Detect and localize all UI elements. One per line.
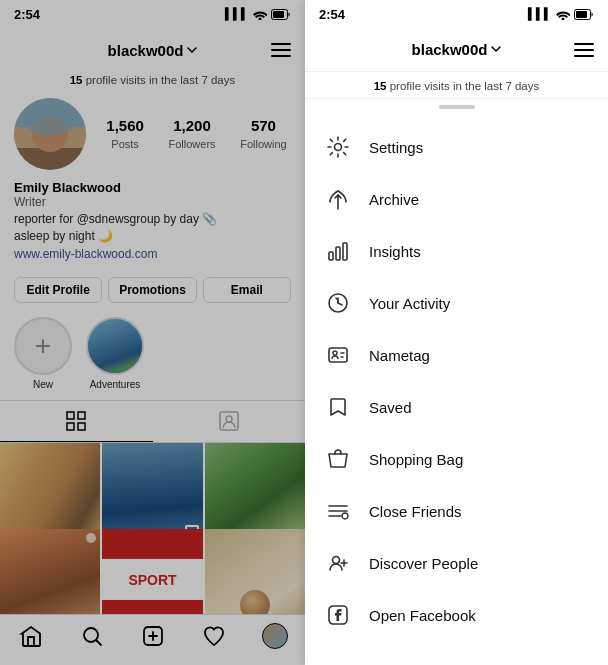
posts-count: 1,560 bbox=[106, 117, 144, 134]
drag-handle[interactable] bbox=[439, 105, 475, 109]
menu-item-shopping[interactable]: Shopping Bag bbox=[305, 433, 608, 485]
menu-item-discover[interactable]: Discover People bbox=[305, 537, 608, 589]
username-dropdown[interactable]: blackw00d bbox=[108, 42, 198, 59]
followers-count: 1,200 bbox=[168, 117, 215, 134]
story-new-circle: + bbox=[14, 317, 72, 375]
following-label: Following bbox=[240, 138, 286, 150]
grid-cell-4[interactable] bbox=[0, 529, 100, 614]
stats-row: 1,560 Posts 1,200 Followers 570 Followin… bbox=[102, 117, 291, 152]
bio-text: reporter for @sdnewsgroup by day 📎 aslee… bbox=[14, 211, 291, 245]
story-adventures[interactable]: Adventures bbox=[86, 317, 144, 390]
story-adventures-label: Adventures bbox=[90, 379, 141, 390]
bio-name: Emily Blackwood bbox=[14, 180, 291, 195]
grid-cell-3[interactable] bbox=[205, 443, 305, 543]
menu-item-close-friends[interactable]: Close Friends bbox=[305, 485, 608, 537]
grid-cell-6[interactable] bbox=[205, 529, 305, 614]
right-top-nav: blackw00d bbox=[305, 28, 608, 72]
nav-home[interactable] bbox=[0, 623, 61, 649]
action-buttons: Edit Profile Promotions Email bbox=[0, 271, 305, 313]
profile-section: 1,560 Posts 1,200 Followers 570 Followin… bbox=[0, 94, 305, 180]
following-stat[interactable]: 570 Following bbox=[240, 117, 286, 152]
profile-panel: 2:54 ▍▍▍ blackw00d bbox=[0, 0, 305, 665]
story-new-label: New bbox=[33, 379, 53, 390]
top-nav: blackw00d bbox=[0, 28, 305, 72]
menu-item-insights[interactable]: Insights bbox=[305, 225, 608, 277]
avatar[interactable] bbox=[14, 98, 86, 170]
menu-item-facebook[interactable]: Open Facebook bbox=[305, 589, 608, 641]
grid-tabs bbox=[0, 400, 305, 443]
svg-point-22 bbox=[342, 513, 348, 519]
menu-item-saved[interactable]: Saved bbox=[305, 381, 608, 433]
svg-rect-13 bbox=[329, 252, 333, 260]
svg-rect-15 bbox=[343, 243, 347, 260]
nav-profile[interactable] bbox=[244, 623, 305, 649]
slide-menu: 2:54 ▍▍▍ blackw00d bbox=[305, 0, 608, 665]
promotions-button[interactable]: Promotions bbox=[108, 277, 196, 303]
status-icons: ▍▍▍ bbox=[225, 8, 291, 21]
person-tag-icon bbox=[219, 411, 239, 431]
bio-section: Emily Blackwood Writer reporter for @sdn… bbox=[0, 180, 305, 271]
nametag-label: Nametag bbox=[369, 347, 430, 364]
saved-label: Saved bbox=[369, 399, 412, 416]
discover-icon bbox=[325, 550, 351, 576]
username-text: blackw00d bbox=[108, 42, 184, 59]
right-hamburger-button[interactable] bbox=[574, 43, 594, 57]
right-signal-icon: ▍▍▍ bbox=[528, 8, 552, 21]
bottom-nav bbox=[0, 614, 305, 665]
status-bar: 2:54 ▍▍▍ bbox=[0, 0, 305, 28]
followers-stat[interactable]: 1,200 Followers bbox=[168, 117, 215, 152]
tab-tagged[interactable] bbox=[153, 401, 306, 442]
svg-rect-1 bbox=[273, 11, 284, 18]
archive-icon bbox=[325, 186, 351, 212]
signal-icon: ▍▍▍ bbox=[225, 8, 249, 21]
svg-rect-17 bbox=[329, 348, 347, 362]
bio-link[interactable]: www.emily-blackwood.com bbox=[14, 247, 291, 261]
svg-point-18 bbox=[333, 351, 337, 355]
settings-label: Settings bbox=[369, 139, 423, 156]
svg-rect-3 bbox=[78, 412, 85, 419]
grid-icon bbox=[66, 411, 86, 431]
battery-icon bbox=[271, 9, 291, 20]
right-visits-text: profile visits in the last 7 days bbox=[390, 80, 540, 92]
status-time: 2:54 bbox=[14, 7, 40, 22]
story-new[interactable]: + New bbox=[14, 317, 72, 390]
stories-row: + New Adventures bbox=[0, 313, 305, 400]
menu-list: Settings Archive bbox=[305, 113, 608, 665]
profile-visits: 15 profile visits in the last 7 days bbox=[0, 72, 305, 94]
grid-cell-1[interactable] bbox=[0, 443, 100, 543]
create-icon bbox=[141, 624, 165, 648]
posts-stat[interactable]: 1,560 Posts bbox=[106, 117, 144, 152]
home-icon bbox=[19, 624, 43, 648]
discover-label: Discover People bbox=[369, 555, 478, 572]
tab-grid[interactable] bbox=[0, 401, 153, 442]
hamburger-button[interactable] bbox=[271, 43, 291, 57]
shopping-label: Shopping Bag bbox=[369, 451, 463, 468]
right-battery-icon bbox=[574, 9, 594, 20]
bio-role: Writer bbox=[14, 195, 291, 209]
svg-rect-4 bbox=[67, 423, 74, 430]
nav-likes[interactable] bbox=[183, 623, 244, 649]
facebook-label: Open Facebook bbox=[369, 607, 476, 624]
close-friends-label: Close Friends bbox=[369, 503, 462, 520]
nav-search[interactable] bbox=[61, 623, 122, 649]
menu-item-activity[interactable]: Your Activity bbox=[305, 277, 608, 329]
nav-create[interactable] bbox=[122, 623, 183, 649]
email-button[interactable]: Email bbox=[203, 277, 291, 303]
svg-point-7 bbox=[226, 416, 232, 422]
grid-cell-5[interactable]: SPORT bbox=[102, 529, 202, 614]
wifi-icon bbox=[253, 8, 267, 20]
facebook-icon bbox=[325, 602, 351, 628]
photo-grid: SPORT bbox=[0, 443, 305, 614]
svg-rect-5 bbox=[78, 423, 85, 430]
right-username-dropdown[interactable]: blackw00d bbox=[412, 41, 502, 58]
grid-cell-2[interactable] bbox=[102, 443, 202, 543]
right-username-text: blackw00d bbox=[412, 41, 488, 58]
svg-rect-11 bbox=[576, 11, 587, 18]
edit-profile-button[interactable]: Edit Profile bbox=[14, 277, 102, 303]
archive-label: Archive bbox=[369, 191, 419, 208]
menu-item-archive[interactable]: Archive bbox=[305, 173, 608, 225]
insights-label: Insights bbox=[369, 243, 421, 260]
menu-item-settings[interactable]: Settings bbox=[305, 121, 608, 173]
story-adventures-circle bbox=[86, 317, 144, 375]
menu-item-nametag[interactable]: Nametag bbox=[305, 329, 608, 381]
